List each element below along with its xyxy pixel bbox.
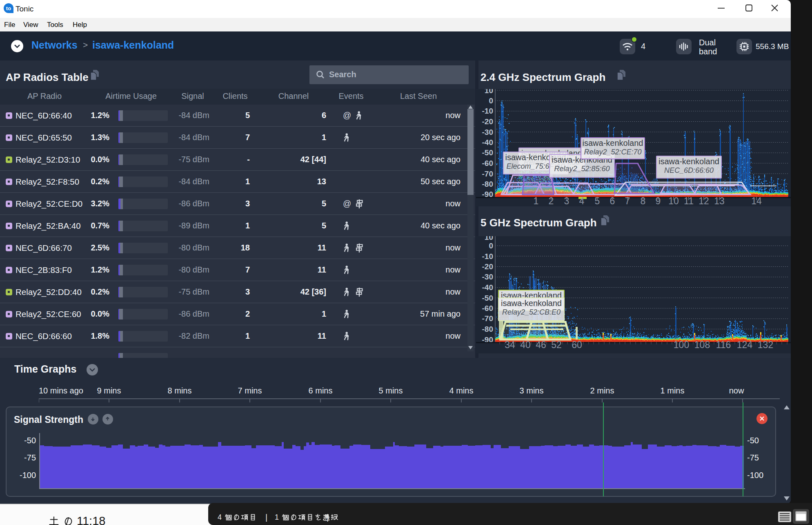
svg-text:7: 7 <box>625 196 630 206</box>
svg-text:-40: -40 <box>482 138 493 147</box>
svg-text:1: 1 <box>534 196 539 206</box>
svg-text:6: 6 <box>610 196 615 206</box>
svg-text:-70: -70 <box>482 314 493 323</box>
svg-text:-10: -10 <box>482 107 493 115</box>
svg-text:13: 13 <box>714 196 725 206</box>
svg-text:0: 0 <box>489 241 493 250</box>
svg-text:0: 0 <box>489 96 493 105</box>
svg-text:3: 3 <box>564 196 570 206</box>
svg-text:-50: -50 <box>482 148 493 157</box>
svg-text:4: 4 <box>579 196 585 206</box>
svg-text:124: 124 <box>737 340 753 350</box>
svg-text:46: 46 <box>536 340 546 350</box>
svg-text:to: to <box>6 5 11 11</box>
svg-text:40: 40 <box>520 340 531 350</box>
svg-text:-40: -40 <box>482 283 493 292</box>
svg-text:-60: -60 <box>482 304 493 313</box>
svg-text:60: 60 <box>572 340 582 350</box>
svg-text:-80: -80 <box>482 180 493 188</box>
svg-text:34: 34 <box>505 340 515 350</box>
svg-text:-20: -20 <box>482 262 493 271</box>
svg-text:12: 12 <box>699 196 709 206</box>
svg-text:10: 10 <box>485 89 493 95</box>
svg-text:14: 14 <box>751 196 762 206</box>
svg-text:9: 9 <box>656 196 661 206</box>
svg-text:-30: -30 <box>482 128 493 136</box>
svg-text:-60: -60 <box>482 159 493 168</box>
svg-text:-70: -70 <box>482 170 493 178</box>
svg-text:5: 5 <box>595 196 600 206</box>
svg-text:-30: -30 <box>482 273 493 281</box>
svg-text:108: 108 <box>694 340 710 350</box>
svg-text:8: 8 <box>641 196 646 206</box>
svg-text:10: 10 <box>485 236 493 241</box>
svg-text:132: 132 <box>758 340 773 350</box>
svg-text:-20: -20 <box>482 117 493 126</box>
svg-text:116: 116 <box>716 340 731 350</box>
svg-text:52: 52 <box>551 340 562 350</box>
svg-text:11: 11 <box>684 196 694 206</box>
svg-text:2: 2 <box>549 196 554 206</box>
svg-text:10: 10 <box>668 196 679 206</box>
svg-text:-50: -50 <box>482 294 493 302</box>
svg-text:-10: -10 <box>482 252 493 261</box>
svg-text:100: 100 <box>674 340 689 350</box>
svg-text:-80: -80 <box>482 325 493 333</box>
